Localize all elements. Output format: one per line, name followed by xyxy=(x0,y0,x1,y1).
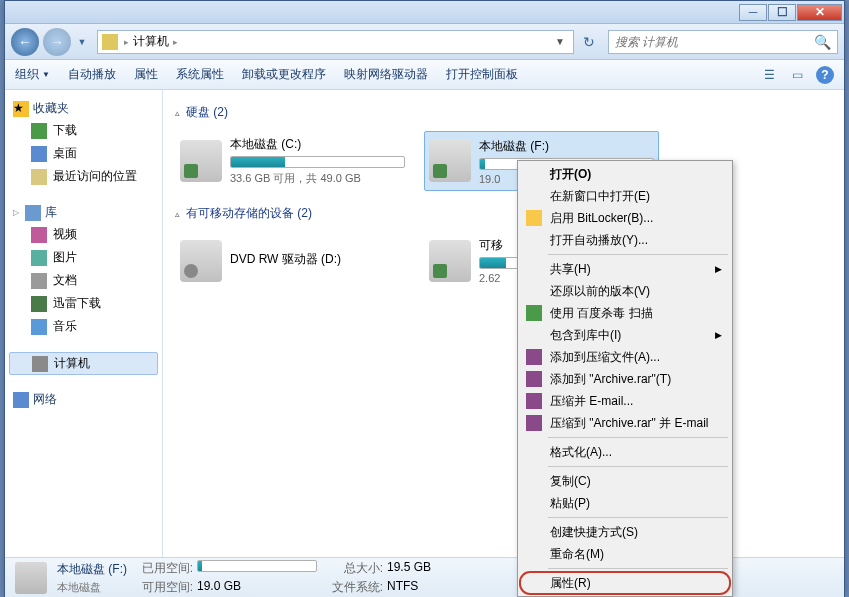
sidebar-computer[interactable]: 计算机 xyxy=(9,352,158,375)
context-menu-item[interactable]: 打开自动播放(Y)... xyxy=(520,229,730,251)
sidebar-network-group: 网络 xyxy=(5,389,162,410)
sidebar-computer-group: 计算机 xyxy=(5,352,162,375)
context-menu-item[interactable]: 还原以前的版本(V) xyxy=(520,280,730,302)
folder-icon xyxy=(31,273,47,289)
sidebar-favorites: ★ 收藏夹 下载桌面最近访问的位置 xyxy=(5,98,162,188)
library-icon xyxy=(25,205,41,221)
star-icon: ★ xyxy=(13,101,29,117)
winrar-icon xyxy=(526,393,542,409)
menu-separator xyxy=(548,254,728,255)
sidebar-item[interactable]: 最近访问的位置 xyxy=(5,165,162,188)
toolbar-uninstall[interactable]: 卸载或更改程序 xyxy=(242,66,326,83)
drive-icon xyxy=(429,240,471,282)
search-box[interactable]: 🔍 xyxy=(608,30,838,54)
history-dropdown[interactable]: ▼ xyxy=(75,30,89,54)
sidebar-item[interactable]: 桌面 xyxy=(5,142,162,165)
menu-separator xyxy=(548,517,728,518)
context-menu-item[interactable]: 启用 BitLocker(B)... xyxy=(520,207,730,229)
search-icon: 🔍 xyxy=(814,34,831,50)
green-icon xyxy=(526,305,542,321)
folder-icon xyxy=(31,123,47,139)
context-menu-item[interactable]: 压缩到 "Archive.rar" 并 E-mail xyxy=(520,412,730,434)
folder-icon xyxy=(31,319,47,335)
status-title: 本地磁盘 (F:) xyxy=(57,561,127,578)
preview-pane-icon[interactable]: ▭ xyxy=(788,66,806,84)
address-dropdown[interactable]: ▼ xyxy=(551,32,569,52)
toolbar-sysprops[interactable]: 系统属性 xyxy=(176,66,224,83)
toolbar-controlpanel[interactable]: 打开控制面板 xyxy=(446,66,518,83)
context-menu-item[interactable]: 共享(H)▶ xyxy=(520,258,730,280)
section-removable[interactable]: ▵ 有可移动存储的设备 (2) xyxy=(175,205,832,222)
context-menu-item[interactable]: 属性(R) xyxy=(520,572,730,594)
sidebar-item[interactable]: 音乐 xyxy=(5,315,162,338)
sidebar-item[interactable]: 文档 xyxy=(5,269,162,292)
sidebar-libraries: ▷ 库 视频图片文档迅雷下载音乐 xyxy=(5,202,162,338)
context-menu-item[interactable]: 添加到 "Archive.rar"(T) xyxy=(520,368,730,390)
sidebar-item[interactable]: 视频 xyxy=(5,223,162,246)
usage-bar xyxy=(230,156,405,168)
drive-icon xyxy=(180,140,222,182)
drive-name: 本地磁盘 (C:) xyxy=(230,136,405,153)
toolbar-properties[interactable]: 属性 xyxy=(134,66,158,83)
view-icon[interactable]: ☰ xyxy=(760,66,778,84)
breadcrumb-sep: ▸ xyxy=(124,37,129,47)
sidebar-network[interactable]: 网络 xyxy=(5,389,162,410)
menu-separator xyxy=(548,437,728,438)
context-menu-item[interactable]: 格式化(A)... xyxy=(520,441,730,463)
sidebar-item[interactable]: 图片 xyxy=(5,246,162,269)
forward-button[interactable]: → xyxy=(43,28,71,56)
context-menu-item[interactable]: 添加到压缩文件(A)... xyxy=(520,346,730,368)
help-button[interactable]: ? xyxy=(816,66,834,84)
address-bar[interactable]: ▸ 计算机 ▸ ▼ xyxy=(97,30,574,54)
context-menu-item[interactable]: 使用 百度杀毒 扫描 xyxy=(520,302,730,324)
context-menu: 打开(O)在新窗口中打开(E)启用 BitLocker(B)...打开自动播放(… xyxy=(517,160,733,597)
minimize-button[interactable]: ─ xyxy=(739,4,767,21)
context-menu-item[interactable]: 创建快捷方式(S) xyxy=(520,521,730,543)
context-menu-item[interactable]: 重命名(M) xyxy=(520,543,730,565)
submenu-arrow-icon: ▶ xyxy=(715,330,722,340)
content-area: ▵ 硬盘 (2) 本地磁盘 (C:) 33.6 GB 可用，共 49.0 GB … xyxy=(163,90,844,557)
sidebar-item[interactable]: 迅雷下载 xyxy=(5,292,162,315)
usage-bar xyxy=(197,560,317,572)
shield-icon xyxy=(526,210,542,226)
menu-separator xyxy=(548,466,728,467)
toolbar-mapdrive[interactable]: 映射网络驱动器 xyxy=(344,66,428,83)
folder-icon xyxy=(31,146,47,162)
context-menu-item[interactable]: 打开(O) xyxy=(520,163,730,185)
section-hdd[interactable]: ▵ 硬盘 (2) xyxy=(175,104,832,121)
maximize-button[interactable]: ☐ xyxy=(768,4,796,21)
drive-dvd[interactable]: DVD RW 驱动器 (D:) xyxy=(175,232,410,289)
folder-icon xyxy=(31,227,47,243)
nav-bar: ← → ▼ ▸ 计算机 ▸ ▼ ↻ 🔍 xyxy=(5,24,844,60)
back-button[interactable]: ← xyxy=(11,28,39,56)
context-menu-item[interactable]: 压缩并 E-mail... xyxy=(520,390,730,412)
context-menu-item[interactable]: 粘贴(P) xyxy=(520,492,730,514)
libraries-header[interactable]: ▷ 库 xyxy=(5,202,162,223)
winrar-icon xyxy=(526,371,542,387)
network-icon xyxy=(13,392,29,408)
drive-c[interactable]: 本地磁盘 (C:) 33.6 GB 可用，共 49.0 GB xyxy=(175,131,410,191)
toolbar: 组织▼ 自动播放 属性 系统属性 卸载或更改程序 映射网络驱动器 打开控制面板 … xyxy=(5,60,844,90)
favorites-header[interactable]: ★ 收藏夹 xyxy=(5,98,162,119)
search-input[interactable] xyxy=(615,35,814,49)
drive-name: 本地磁盘 (F:) xyxy=(479,138,654,155)
chevron-down-icon: ▵ xyxy=(175,209,180,219)
drive-stats: 33.6 GB 可用，共 49.0 GB xyxy=(230,171,405,186)
breadcrumb-computer[interactable]: 计算机 xyxy=(133,33,169,50)
sidebar: ★ 收藏夹 下载桌面最近访问的位置 ▷ 库 视频图片文档迅雷下载音乐 计算机 xyxy=(5,90,163,557)
submenu-arrow-icon: ▶ xyxy=(715,264,722,274)
dvd-icon xyxy=(180,240,222,282)
context-menu-item[interactable]: 包含到库中(I)▶ xyxy=(520,324,730,346)
toolbar-organize[interactable]: 组织▼ xyxy=(15,66,50,83)
refresh-button[interactable]: ↻ xyxy=(578,31,600,53)
folder-icon xyxy=(31,169,47,185)
close-button[interactable]: ✕ xyxy=(797,4,842,21)
toolbar-autoplay[interactable]: 自动播放 xyxy=(68,66,116,83)
breadcrumb[interactable]: ▸ 计算机 ▸ xyxy=(124,33,551,50)
chevron-down-icon: ▷ xyxy=(13,208,21,217)
winrar-icon xyxy=(526,415,542,431)
sidebar-item[interactable]: 下载 xyxy=(5,119,162,142)
chevron-down-icon: ▵ xyxy=(175,108,180,118)
context-menu-item[interactable]: 在新窗口中打开(E) xyxy=(520,185,730,207)
context-menu-item[interactable]: 复制(C) xyxy=(520,470,730,492)
